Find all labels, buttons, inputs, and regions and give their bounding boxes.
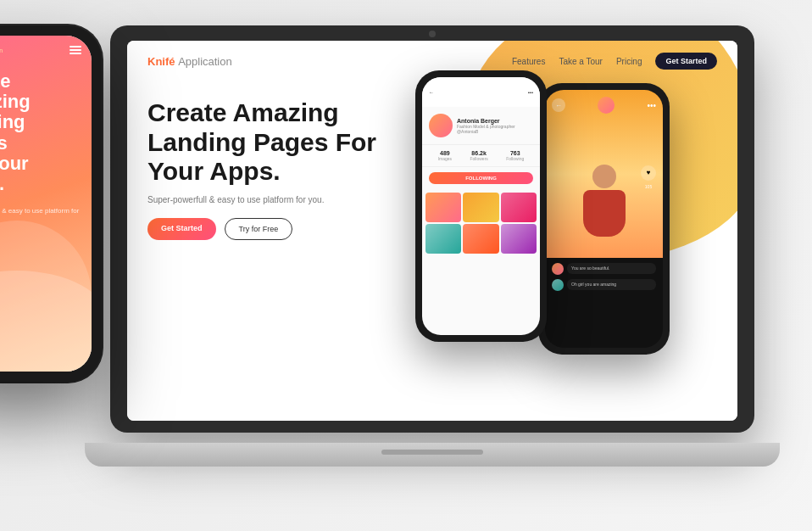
title-line2: Amazing — [0, 91, 31, 112]
menu-bar-3 — [70, 53, 81, 54]
likes-row: ♥ 105 — [641, 165, 656, 189]
inner-phone-left: ← ••• Antonia Berger Fashion Model & pho… — [415, 70, 547, 342]
scene: Knifé Application Features Take a Tour P… — [0, 0, 812, 531]
photo-cell-6 — [501, 224, 537, 254]
profile-info: Antonia Berger Fashion Model & photograp… — [457, 118, 533, 134]
logo-app: Application — [178, 55, 232, 68]
profile-stats: 489 Images 86.2k Followers 7 — [422, 144, 540, 167]
logo-brand: Knifé — [147, 55, 175, 68]
photo-cell-3 — [501, 193, 537, 222]
photo-grid — [422, 189, 540, 254]
title-line4: Pages — [0, 132, 8, 154]
stat-followers-num: 86.2k — [470, 150, 487, 156]
fashion-header: ← ••• — [552, 97, 656, 114]
nav-logo: Knifé Application — [147, 55, 232, 68]
figure-head — [592, 165, 616, 188]
profile-avatar-row: Antonia Berger Fashion Model & photograp… — [422, 107, 540, 144]
more-icon: ••• — [528, 90, 533, 95]
stat-following: 763 Following — [506, 150, 524, 161]
fashion-avatar — [598, 97, 615, 114]
figure-body — [583, 190, 626, 237]
laptop-base — [85, 443, 780, 467]
back-icon: ← — [429, 90, 434, 95]
big-phone-nav: Knifé Application — [0, 46, 81, 54]
big-phone-wrapper: Knifé Application Create Amazing Landing — [0, 25, 102, 382]
menu-bar-2 — [70, 49, 81, 51]
commenter-avatar-2 — [552, 279, 564, 291]
avatar — [429, 114, 453, 137]
landing-page: Knifé Application Features Take a Tour P… — [127, 41, 737, 421]
hamburger-menu-icon[interactable] — [70, 46, 81, 54]
stat-images-num: 489 — [438, 150, 452, 156]
like-count: 105 — [645, 184, 652, 189]
laptop-body: Knifé Application Features Take a Tour P… — [110, 25, 754, 433]
photo-cell-4 — [425, 224, 461, 254]
big-phone-device: Knifé Application Create Amazing Landing — [0, 25, 102, 382]
profile-header: ← ••• — [422, 77, 540, 107]
stat-images-label: Images — [438, 156, 452, 161]
fashion-comments: You are so beautiful. Oh girl you are am… — [545, 258, 663, 300]
get-started-button[interactable]: Get Started — [147, 218, 216, 240]
follow-button[interactable]: FOLLOWING — [429, 172, 533, 184]
stat-followers-label: Followers — [470, 156, 487, 161]
big-phone-logo: Knifé Application — [0, 46, 3, 54]
inner-phone-left-screen: ← ••• Antonia Berger Fashion Model & pho… — [422, 77, 540, 335]
blob-2 — [0, 271, 92, 372]
title-line6: Apps. — [0, 173, 4, 194]
big-phone-title: Create Amazing Landing Pages For Your Ap… — [0, 71, 81, 194]
big-phone-notch — [0, 25, 42, 32]
laptop-camera — [429, 31, 436, 37]
comment-text-2: Oh girl you are amazing — [571, 282, 652, 288]
title-line1: Create — [0, 70, 10, 92]
comment-bubble-2: Oh girl you are amazing — [567, 279, 656, 290]
hero-title: Create Amazing Landing Pages For Your Ap… — [147, 98, 419, 187]
phone-group: ← ••• Antonia Berger Fashion Model & pho… — [398, 58, 720, 421]
title-line3: Landing — [0, 111, 25, 132]
profile-name: Antonia Berger — [457, 118, 533, 124]
profile-handle: @AntoniaB — [457, 129, 533, 134]
comment-text-1: You are so beautiful. — [571, 266, 652, 271]
fashion-figure — [570, 165, 638, 258]
stat-following-num: 763 — [506, 150, 524, 156]
profile-screen: ← ••• Antonia Berger Fashion Model & pho… — [422, 77, 540, 335]
menu-bar-1 — [70, 46, 81, 48]
heart-icon[interactable]: ♥ — [641, 165, 656, 181]
laptop-screen: Knifé Application Features Take a Tour P… — [127, 41, 737, 421]
comment-bubble-1: You are so beautiful. — [567, 263, 656, 274]
stat-followers: 86.2k Followers — [470, 150, 487, 161]
try-free-button[interactable]: Try for Free — [225, 218, 293, 240]
big-phone-content: Knifé Application Create Amazing Landing — [0, 36, 92, 372]
big-phone-screen: Knifé Application Create Amazing Landing — [0, 36, 92, 372]
fashion-screen: ← ••• — [545, 90, 663, 348]
commenter-avatar-1 — [552, 263, 564, 275]
more-icon[interactable]: ••• — [647, 101, 656, 110]
stat-images: 489 Images — [438, 150, 452, 161]
hero-subtitle: Super-powerfull & easy to use platform f… — [147, 195, 334, 204]
laptop-device: Knifé Application Features Take a Tour P… — [110, 25, 754, 467]
comment-item-1: You are so beautiful. — [552, 263, 656, 275]
title-line5: For Your — [0, 153, 29, 174]
inner-phone-right-screen: ← ••• — [545, 90, 663, 348]
stat-following-label: Following — [506, 156, 524, 161]
back-icon[interactable]: ← — [552, 98, 565, 112]
photo-cell-1 — [425, 193, 461, 222]
photo-cell-2 — [463, 193, 498, 222]
big-phone-logo-app: Application — [0, 48, 3, 53]
fashion-image: ← ••• — [545, 90, 663, 258]
inner-phone-right: ← ••• — [538, 83, 670, 355]
photo-cell-5 — [463, 224, 498, 254]
comment-item-2: Oh girl you are amazing — [552, 279, 656, 291]
